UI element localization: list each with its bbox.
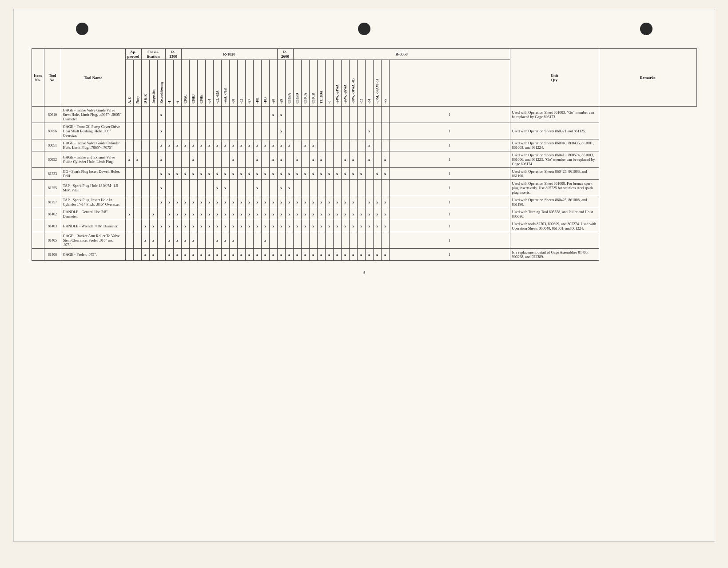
cell-af: x xyxy=(125,208,133,220)
cell-inspection xyxy=(149,139,157,151)
cell-minus24wa xyxy=(333,232,341,249)
subheader-minus103: -103 xyxy=(261,60,269,107)
cell-af xyxy=(125,123,133,139)
cell-c18bd xyxy=(293,107,301,123)
cell-minus34: x xyxy=(365,123,373,139)
cell-minus103 xyxy=(261,123,269,139)
cell-af xyxy=(125,107,133,123)
cell-minus30wa: x xyxy=(349,249,357,261)
hole-right xyxy=(640,23,652,35)
cell-minus75 xyxy=(381,232,389,249)
cell-tool-name: GAGE - Intake Valve Guide Cylinder Hole,… xyxy=(61,139,125,151)
cell-minus97: x xyxy=(245,139,253,151)
cell-minus30wa xyxy=(349,232,357,249)
cell-minus26wa xyxy=(341,123,349,139)
cell-minus80: x xyxy=(229,220,237,232)
cell-c18bd xyxy=(293,123,301,139)
subheader-minus75: -75 xyxy=(381,60,389,107)
header-unit-qty: UnitQty xyxy=(510,49,599,107)
cell-navy xyxy=(133,107,141,123)
cell-minus34: x xyxy=(365,139,373,151)
cell-remarks: Used with Turning Tool 805558, and Pulle… xyxy=(510,208,599,220)
subheader-c18ca: C18CA xyxy=(301,60,309,107)
cell-tool-name: JIG - Spark Plug Insert Dowel, Holes, Dr… xyxy=(61,168,125,180)
cell-minus2: x xyxy=(173,208,181,220)
cell-inspection xyxy=(149,123,157,139)
cell-tc18da: x xyxy=(317,168,325,180)
cell-minus24wa xyxy=(333,151,341,168)
cell-minus57m: x xyxy=(373,168,381,180)
cell-c9hd: x xyxy=(189,208,197,220)
cell-tool-no: 80756 xyxy=(44,123,61,139)
cell-d_r xyxy=(141,139,149,151)
cell-tool-no: 81323 xyxy=(44,168,61,180)
subheader-minus76b: -76A, -76B xyxy=(221,60,229,107)
cell-minus75 xyxy=(381,139,389,151)
cell-c9hd: x xyxy=(189,249,197,261)
cell-c18ba xyxy=(285,107,293,123)
cell-minus75: x xyxy=(381,249,389,261)
hole-left xyxy=(76,23,88,35)
cell-navy xyxy=(133,208,141,220)
cell-minus20 xyxy=(269,180,277,196)
cell-minus75: x xyxy=(381,220,389,232)
cell-minus29: x xyxy=(277,180,285,196)
cell-item-no xyxy=(32,151,44,168)
cell-c9hd xyxy=(189,180,197,196)
cell-unit-qty: 1 xyxy=(389,123,510,139)
cell-minus62a xyxy=(213,123,221,139)
subheader-tc18da: TC18DA xyxy=(317,60,325,107)
cell-remarks: Used with Operation Sheets 860413, 86057… xyxy=(510,151,599,168)
table-row: 81355TAP - Spark Plug Hole 18 M/M- 1.5 M… xyxy=(32,180,696,196)
cell-minus20: x xyxy=(269,196,277,208)
cell-minus97 xyxy=(245,232,253,249)
cell-c9he xyxy=(197,232,205,249)
cell-minus57m xyxy=(373,180,381,196)
cell-minus32: x xyxy=(357,168,365,180)
cell-c18cb: x xyxy=(309,196,317,208)
cell-minus76b xyxy=(221,123,229,139)
cell-minus80: x xyxy=(229,151,237,168)
cell-navy xyxy=(133,180,141,196)
cell-c18ca: x xyxy=(301,168,309,180)
cell-minus1: x xyxy=(165,208,173,220)
cell-minus54: x xyxy=(205,249,213,261)
cell-minus82: x xyxy=(237,249,245,261)
cell-minus34: x xyxy=(365,249,373,261)
cell-minus20: x xyxy=(269,168,277,180)
cell-minus2: x xyxy=(173,232,181,249)
cell-minus62a: x xyxy=(213,139,221,151)
cell-reconditioning: x xyxy=(157,151,165,168)
cell-tc18da xyxy=(317,180,325,196)
cell-minus80: x xyxy=(229,249,237,261)
cell-minus101: x xyxy=(253,151,261,168)
cell-minus2 xyxy=(173,123,181,139)
cell-c18ba: x xyxy=(285,139,293,151)
cell-c18ca xyxy=(301,123,309,139)
subheader-minus97: -97 xyxy=(245,60,253,107)
cell-minus97 xyxy=(245,151,253,168)
cell-c18ba: x xyxy=(285,180,293,196)
cell-c9he: x xyxy=(197,139,205,151)
cell-minus97: x xyxy=(245,196,253,208)
cell-minus62a: x xyxy=(213,168,221,180)
cell-minus57m: x xyxy=(373,208,381,220)
cell-minus34 xyxy=(365,107,373,123)
cell-tc18da xyxy=(317,139,325,151)
cell-minus30wa xyxy=(349,107,357,123)
header-classification: Classi-fication xyxy=(141,49,165,60)
subheader-minus32: -32 xyxy=(357,60,365,107)
cell-item-no xyxy=(32,220,44,232)
cell-minus1: x xyxy=(165,168,173,180)
cell-minus30wa xyxy=(349,180,357,196)
cell-inspection: x xyxy=(149,232,157,249)
hole-center xyxy=(358,23,370,35)
cell-minus103: x xyxy=(261,139,269,151)
cell-c9gc xyxy=(181,107,189,123)
cell-minus20: x xyxy=(269,249,277,261)
cell-minus103: x xyxy=(261,249,269,261)
cell-minus101 xyxy=(253,232,261,249)
cell-c18bd xyxy=(293,180,301,196)
cell-minus97: x xyxy=(245,208,253,220)
cell-c9hd xyxy=(189,123,197,139)
